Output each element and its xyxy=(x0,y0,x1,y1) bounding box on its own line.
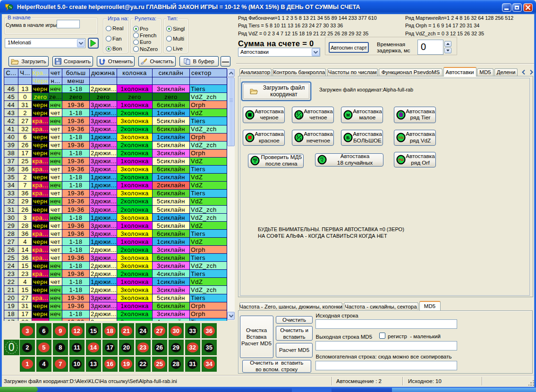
svg-text:2: 2 xyxy=(299,115,301,118)
svg-text:2: 2 xyxy=(296,111,298,115)
svg-text:5: 5 xyxy=(254,161,255,164)
svg-text:Vdz: Vdz xyxy=(398,136,403,139)
svg-text:Б: Б xyxy=(346,135,349,140)
svg-text:1: 1 xyxy=(296,134,298,138)
svg-text:Ч: Ч xyxy=(321,160,323,163)
svg-text:M: M xyxy=(346,112,349,117)
svg-text:1: 1 xyxy=(299,138,301,141)
